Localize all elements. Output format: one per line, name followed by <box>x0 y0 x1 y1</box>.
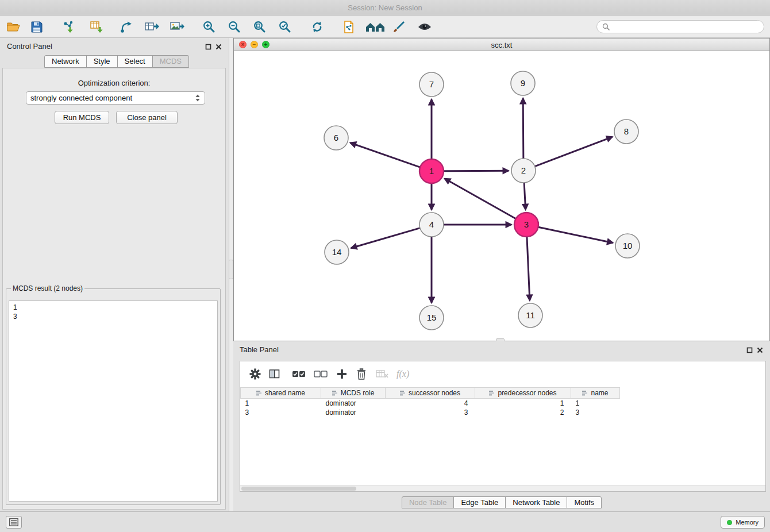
panel-splitter-handle[interactable] <box>229 260 233 279</box>
checked-boxes-icon <box>292 369 306 379</box>
search-input[interactable] <box>613 23 759 31</box>
graph-node-label: 9 <box>521 78 525 88</box>
apply-style-button[interactable] <box>388 18 409 36</box>
zoom-selected-button[interactable] <box>275 18 295 36</box>
close-panel-icon[interactable] <box>214 43 223 51</box>
cell-mcds_role[interactable]: dominator <box>321 408 386 417</box>
tab-network[interactable]: Network <box>44 55 87 68</box>
column-header-1[interactable]: MCDS role <box>321 388 386 399</box>
graph-edge-3-11[interactable] <box>527 237 530 300</box>
scrollbar-thumb[interactable] <box>241 487 356 491</box>
export-network-icon <box>120 20 133 34</box>
zoom-out-button[interactable] <box>224 18 245 36</box>
network-graph[interactable]: 7968124310141511 <box>234 51 769 341</box>
cell-successor_nodes[interactable]: 4 <box>386 399 475 408</box>
close-table-panel-icon[interactable] <box>756 346 764 354</box>
cell-name[interactable]: 3 <box>571 408 620 417</box>
optimization-criterion-label: Optimization criterion: <box>3 79 225 87</box>
graph-edge-2-9[interactable] <box>523 99 523 159</box>
cell-successor_nodes[interactable]: 3 <box>386 408 475 417</box>
cell-name[interactable]: 1 <box>571 399 620 408</box>
criterion-dropdown-value: strongly connected component <box>30 94 132 102</box>
column-header-3[interactable]: predecessor nodes <box>475 388 571 399</box>
apply-layout-button[interactable] <box>307 18 328 36</box>
graph-node-label: 1 <box>429 166 434 176</box>
network-window-title: scc.txt <box>234 41 769 49</box>
save-session-button[interactable] <box>26 18 47 36</box>
table-panel-tabs: Node Table Edge Table Network Table Moti… <box>233 496 770 508</box>
import-table-icon <box>90 20 103 34</box>
cell-filler <box>620 399 767 408</box>
maximize-window-button[interactable] <box>262 41 270 48</box>
control-panel-title: Control Panel <box>7 42 52 51</box>
export-image-button[interactable] <box>167 18 187 36</box>
graph-edge-2-3[interactable] <box>524 183 525 209</box>
panel-selector-button[interactable] <box>6 516 22 529</box>
memory-button[interactable]: Memory <box>721 516 765 529</box>
tab-select[interactable]: Select <box>117 55 153 68</box>
graph-edge-4-14[interactable] <box>352 228 420 248</box>
run-mcds-button[interactable]: Run MCDS <box>55 111 109 124</box>
tab-mcds[interactable]: MCDS <box>152 55 189 68</box>
graph-edge-3-10[interactable] <box>538 227 613 242</box>
mcds-result-list: 13 <box>9 300 218 502</box>
float-panel-icon[interactable] <box>204 43 213 51</box>
table-row[interactable]: 1dominator411 <box>241 399 767 408</box>
function-builder-button[interactable]: f(x) <box>396 368 409 380</box>
minimize-window-button[interactable] <box>251 41 258 48</box>
open-session-button[interactable] <box>3 18 24 36</box>
table-panel: Table Panel f(x) shared nameMCDS rolesuc… <box>233 341 770 511</box>
memory-status-icon <box>727 520 732 525</box>
delete-columns-button[interactable] <box>356 368 367 380</box>
network-document-icon <box>342 20 355 34</box>
first-neighbors-button[interactable] <box>364 18 387 36</box>
cell-mcds_role[interactable]: dominator <box>321 399 386 408</box>
graph-edge-1-2[interactable] <box>444 171 508 171</box>
delete-table-button[interactable] <box>376 368 388 380</box>
create-column-button[interactable] <box>337 368 347 380</box>
cell-shared_name[interactable]: 1 <box>241 399 321 408</box>
tab-network-table[interactable]: Network Table <box>505 496 567 508</box>
tab-edge-table[interactable]: Edge Table <box>453 496 506 508</box>
status-bar: Memory <box>0 511 770 532</box>
search-box[interactable] <box>596 20 764 33</box>
clone-network-button[interactable] <box>338 18 359 36</box>
tab-style[interactable]: Style <box>86 55 118 68</box>
export-network-button[interactable] <box>116 18 137 36</box>
import-network-button[interactable] <box>59 18 79 36</box>
horizontal-scrollbar[interactable] <box>240 485 765 491</box>
close-panel-button[interactable]: Close panel <box>116 111 178 124</box>
network-canvas[interactable]: 7968124310141511 <box>234 51 769 341</box>
export-table-button[interactable] <box>141 18 162 36</box>
zoom-in-button[interactable] <box>199 18 220 36</box>
control-panel: Control Panel Network Style Select MCDS … <box>0 38 229 511</box>
criterion-dropdown[interactable]: strongly connected component <box>26 91 205 105</box>
import-table-button[interactable] <box>86 18 107 36</box>
unselect-all-columns-button[interactable] <box>314 368 328 380</box>
zoom-fit-button[interactable] <box>249 18 270 36</box>
close-window-button[interactable] <box>239 41 247 48</box>
float-table-panel-icon[interactable] <box>745 346 754 354</box>
cell-shared_name[interactable]: 3 <box>241 408 321 417</box>
table-row[interactable]: 3dominator323 <box>241 408 767 417</box>
table-toolbar: f(x) <box>240 361 765 387</box>
column-header-0[interactable]: shared name <box>241 388 321 399</box>
column-header-4[interactable]: name <box>571 388 620 399</box>
select-all-columns-button[interactable] <box>292 368 306 380</box>
cell-predecessor_nodes[interactable]: 1 <box>475 399 571 408</box>
graph-edge-2-8[interactable] <box>535 137 612 167</box>
column-header-2[interactable]: successor nodes <box>386 388 475 399</box>
table-options-button[interactable] <box>249 368 261 380</box>
show-columns-button[interactable] <box>269 368 280 380</box>
tab-motifs[interactable]: Motifs <box>567 496 602 508</box>
tab-node-table[interactable]: Node Table <box>402 496 455 508</box>
graph-edge-1-6[interactable] <box>351 143 420 167</box>
graphics-details-button[interactable] <box>414 18 435 36</box>
graph-edge-3-1[interactable] <box>445 179 516 218</box>
memory-label: Memory <box>736 519 759 526</box>
zoom-fit-icon <box>253 20 267 34</box>
result-item: 3 <box>13 312 213 321</box>
function-builder-label: f(x) <box>396 369 409 379</box>
cell-predecessor_nodes[interactable]: 2 <box>475 408 571 417</box>
zoom-in-icon <box>202 20 216 34</box>
